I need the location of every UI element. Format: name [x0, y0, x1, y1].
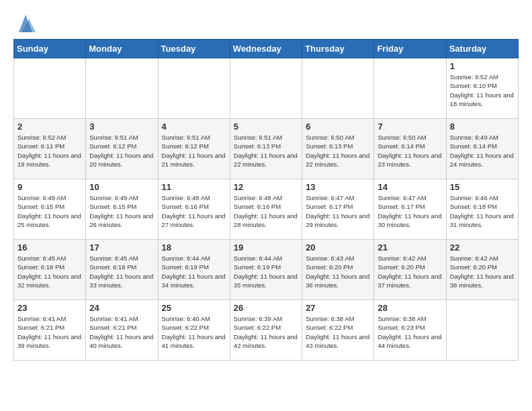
calendar-day-cell: 28Sunrise: 6:38 AM Sunset: 6:23 PM Dayli… [374, 300, 446, 361]
calendar-day-cell: 18Sunrise: 6:44 AM Sunset: 6:19 PM Dayli… [158, 240, 230, 300]
calendar-day-cell [14, 58, 86, 119]
day-info: Sunrise: 6:39 AM Sunset: 6:22 PM Dayligh… [234, 314, 298, 350]
day-of-week-header: Friday [374, 40, 446, 58]
day-info: Sunrise: 6:51 AM Sunset: 6:12 PM Dayligh… [162, 133, 226, 169]
day-number: 13 [306, 182, 370, 192]
calendar-header-row: SundayMondayTuesdayWednesdayThursdayFrid… [14, 40, 519, 58]
day-number: 4 [162, 122, 226, 132]
calendar-day-cell: 16Sunrise: 6:45 AM Sunset: 6:18 PM Dayli… [14, 240, 86, 300]
calendar-week-row: 9Sunrise: 6:49 AM Sunset: 6:15 PM Daylig… [14, 179, 519, 240]
day-number: 20 [306, 242, 370, 253]
day-number: 19 [234, 242, 298, 253]
day-info: Sunrise: 6:41 AM Sunset: 6:21 PM Dayligh… [17, 314, 82, 350]
day-info: Sunrise: 6:51 AM Sunset: 6:12 PM Dayligh… [89, 133, 154, 169]
day-info: Sunrise: 6:51 AM Sunset: 6:13 PM Dayligh… [234, 133, 298, 169]
day-info: Sunrise: 6:46 AM Sunset: 6:18 PM Dayligh… [450, 193, 515, 229]
day-info: Sunrise: 6:50 AM Sunset: 6:13 PM Dayligh… [306, 133, 370, 169]
day-info: Sunrise: 6:44 AM Sunset: 6:19 PM Dayligh… [162, 254, 226, 289]
calendar-week-row: 23Sunrise: 6:41 AM Sunset: 6:21 PM Dayli… [14, 300, 519, 361]
day-number: 26 [234, 303, 298, 313]
calendar-day-cell: 15Sunrise: 6:46 AM Sunset: 6:18 PM Dayli… [446, 179, 518, 240]
day-number: 7 [378, 122, 442, 132]
calendar-day-cell: 19Sunrise: 6:44 AM Sunset: 6:19 PM Dayli… [230, 240, 302, 300]
day-info: Sunrise: 6:47 AM Sunset: 6:17 PM Dayligh… [378, 193, 442, 229]
calendar-day-cell: 23Sunrise: 6:41 AM Sunset: 6:21 PM Dayli… [14, 300, 86, 361]
day-info: Sunrise: 6:52 AM Sunset: 6:10 PM Dayligh… [450, 73, 515, 108]
day-info: Sunrise: 6:38 AM Sunset: 6:22 PM Dayligh… [306, 314, 370, 350]
calendar-day-cell [302, 58, 374, 119]
calendar-day-cell: 5Sunrise: 6:51 AM Sunset: 6:13 PM Daylig… [230, 119, 302, 179]
day-number: 10 [89, 182, 154, 192]
day-number: 21 [378, 242, 442, 253]
day-number: 12 [234, 182, 298, 192]
calendar-day-cell [230, 58, 302, 119]
day-info: Sunrise: 6:52 AM Sunset: 6:11 PM Dayligh… [17, 133, 82, 169]
calendar-day-cell [158, 58, 230, 119]
day-number: 18 [162, 242, 226, 253]
day-info: Sunrise: 6:50 AM Sunset: 6:14 PM Dayligh… [378, 133, 442, 169]
calendar-day-cell: 20Sunrise: 6:43 AM Sunset: 6:20 PM Dayli… [302, 240, 374, 300]
calendar-day-cell: 14Sunrise: 6:47 AM Sunset: 6:17 PM Dayli… [374, 179, 446, 240]
day-of-week-header: Wednesday [230, 40, 302, 58]
day-info: Sunrise: 6:42 AM Sunset: 6:20 PM Dayligh… [378, 254, 442, 289]
day-number: 1 [450, 61, 515, 71]
day-number: 15 [450, 182, 515, 192]
day-number: 28 [378, 303, 442, 313]
day-number: 11 [162, 182, 226, 192]
calendar-day-cell: 13Sunrise: 6:47 AM Sunset: 6:17 PM Dayli… [302, 179, 374, 240]
calendar-day-cell: 3Sunrise: 6:51 AM Sunset: 6:12 PM Daylig… [86, 119, 158, 179]
calendar-day-cell: 24Sunrise: 6:41 AM Sunset: 6:21 PM Dayli… [86, 300, 158, 361]
calendar-week-row: 16Sunrise: 6:45 AM Sunset: 6:18 PM Dayli… [14, 240, 519, 300]
calendar-day-cell: 2Sunrise: 6:52 AM Sunset: 6:11 PM Daylig… [14, 119, 86, 179]
day-info: Sunrise: 6:38 AM Sunset: 6:23 PM Dayligh… [378, 314, 442, 350]
calendar-day-cell: 9Sunrise: 6:49 AM Sunset: 6:15 PM Daylig… [14, 179, 86, 240]
day-info: Sunrise: 6:49 AM Sunset: 6:14 PM Dayligh… [450, 133, 515, 169]
calendar-day-cell: 21Sunrise: 6:42 AM Sunset: 6:20 PM Dayli… [374, 240, 446, 300]
day-number: 25 [162, 303, 226, 313]
day-number: 5 [234, 122, 298, 132]
calendar-week-row: 1Sunrise: 6:52 AM Sunset: 6:10 PM Daylig… [14, 58, 519, 119]
day-number: 23 [17, 303, 82, 313]
calendar-day-cell: 11Sunrise: 6:48 AM Sunset: 6:16 PM Dayli… [158, 179, 230, 240]
day-info: Sunrise: 6:44 AM Sunset: 6:19 PM Dayligh… [234, 254, 298, 289]
day-number: 14 [378, 182, 442, 192]
calendar-day-cell: 7Sunrise: 6:50 AM Sunset: 6:14 PM Daylig… [374, 119, 446, 179]
logo [13, 13, 36, 32]
calendar-day-cell: 6Sunrise: 6:50 AM Sunset: 6:13 PM Daylig… [302, 119, 374, 179]
calendar-day-cell: 26Sunrise: 6:39 AM Sunset: 6:22 PM Dayli… [230, 300, 302, 361]
day-info: Sunrise: 6:47 AM Sunset: 6:17 PM Dayligh… [306, 193, 370, 229]
calendar-day-cell: 22Sunrise: 6:42 AM Sunset: 6:20 PM Dayli… [446, 240, 518, 300]
day-number: 17 [89, 242, 154, 253]
calendar-day-cell: 4Sunrise: 6:51 AM Sunset: 6:12 PM Daylig… [158, 119, 230, 179]
day-number: 16 [17, 242, 82, 253]
day-of-week-header: Tuesday [158, 40, 230, 58]
day-number: 8 [450, 122, 515, 132]
day-info: Sunrise: 6:49 AM Sunset: 6:15 PM Dayligh… [17, 193, 82, 229]
calendar-day-cell: 12Sunrise: 6:48 AM Sunset: 6:16 PM Dayli… [230, 179, 302, 240]
calendar-day-cell: 1Sunrise: 6:52 AM Sunset: 6:10 PM Daylig… [446, 58, 518, 119]
calendar-table: SundayMondayTuesdayWednesdayThursdayFrid… [13, 39, 519, 361]
calendar-day-cell: 17Sunrise: 6:45 AM Sunset: 6:18 PM Dayli… [86, 240, 158, 300]
day-of-week-header: Sunday [14, 40, 86, 58]
page-header [13, 13, 519, 32]
day-number: 2 [17, 122, 82, 132]
calendar-day-cell: 27Sunrise: 6:38 AM Sunset: 6:22 PM Dayli… [302, 300, 374, 361]
calendar-day-cell: 25Sunrise: 6:40 AM Sunset: 6:22 PM Dayli… [158, 300, 230, 361]
day-of-week-header: Saturday [446, 40, 518, 58]
day-number: 3 [89, 122, 154, 132]
day-number: 9 [17, 182, 82, 192]
day-info: Sunrise: 6:48 AM Sunset: 6:16 PM Dayligh… [234, 193, 298, 229]
day-number: 27 [306, 303, 370, 313]
day-info: Sunrise: 6:42 AM Sunset: 6:20 PM Dayligh… [450, 254, 515, 289]
day-number: 6 [306, 122, 370, 132]
calendar-day-cell: 8Sunrise: 6:49 AM Sunset: 6:14 PM Daylig… [446, 119, 518, 179]
day-info: Sunrise: 6:43 AM Sunset: 6:20 PM Dayligh… [306, 254, 370, 289]
day-info: Sunrise: 6:49 AM Sunset: 6:15 PM Dayligh… [89, 193, 154, 229]
day-of-week-header: Monday [86, 40, 158, 58]
logo-icon [15, 13, 36, 32]
calendar-day-cell [86, 58, 158, 119]
calendar-week-row: 2Sunrise: 6:52 AM Sunset: 6:11 PM Daylig… [14, 119, 519, 179]
day-number: 22 [450, 242, 515, 253]
day-info: Sunrise: 6:45 AM Sunset: 6:18 PM Dayligh… [89, 254, 154, 289]
day-number: 24 [89, 303, 154, 313]
